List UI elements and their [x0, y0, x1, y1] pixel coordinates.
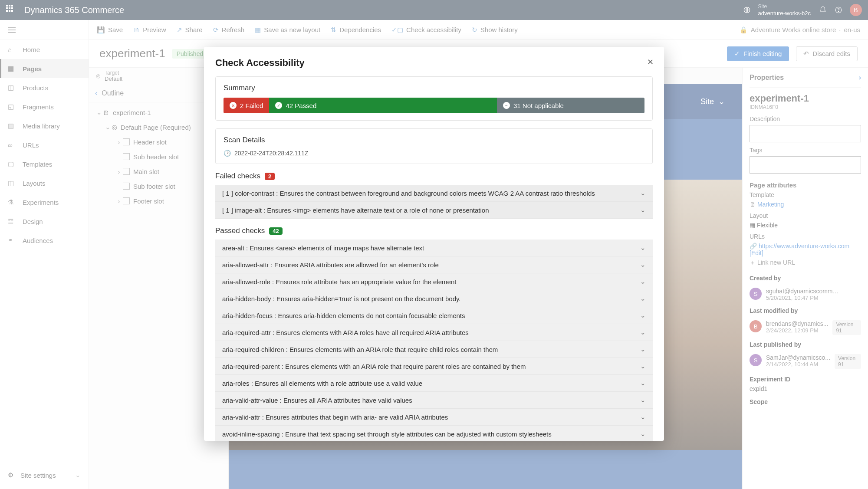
- clock-icon: 🕑: [224, 150, 231, 157]
- chevron-down-icon: ⌄: [640, 328, 646, 336]
- chevron-down-icon: ⌄: [640, 261, 646, 269]
- check-row[interactable]: aria-hidden-body : Ensures aria-hidden='…: [215, 290, 653, 307]
- chevron-down-icon: ⌄: [640, 345, 646, 353]
- check-row[interactable]: aria-required-children : Ensures element…: [215, 341, 653, 358]
- summary-failed: ✕2 Failed: [224, 98, 269, 113]
- check-row[interactable]: [ 1 ] image-alt : Ensures <img> elements…: [215, 202, 653, 219]
- failed-checks-list: [ 1 ] color-contrast : Ensures the contr…: [215, 185, 653, 219]
- chevron-down-icon: ⌄: [640, 295, 646, 302]
- summary-na: −31 Not applicable: [497, 98, 644, 113]
- check-row[interactable]: aria-allowed-role : Ensures role attribu…: [215, 273, 653, 290]
- chevron-down-icon: ⌄: [640, 206, 646, 214]
- chevron-down-icon: ⌄: [640, 244, 646, 252]
- chevron-down-icon: ⌄: [640, 362, 646, 370]
- check-row[interactable]: aria-required-parent : Ensures elements …: [215, 358, 653, 375]
- check-row[interactable]: [ 1 ] color-contrast : Ensures the contr…: [215, 185, 653, 202]
- chevron-down-icon: ⌄: [640, 413, 646, 421]
- close-icon[interactable]: ✕: [644, 55, 656, 69]
- check-row[interactable]: area-alt : Ensures <area> elements of im…: [215, 240, 653, 256]
- check-row[interactable]: aria-valid-attr-value : Ensures all ARIA…: [215, 392, 653, 409]
- passed-checks-heading: Passed checks 42: [215, 226, 653, 235]
- check-row[interactable]: avoid-inline-spacing : Ensure that text …: [215, 426, 653, 441]
- scan-details-card: Scan Details 🕑2022-02-24T20:28:42.111Z: [215, 128, 653, 164]
- failed-checks-heading: Failed checks 2: [215, 172, 653, 181]
- check-row[interactable]: aria-roles : Ensures all elements with a…: [215, 375, 653, 392]
- summary-bar: ✕2 Failed ✓42 Passed −31 Not applicable: [224, 98, 644, 113]
- chevron-down-icon: ⌄: [640, 379, 646, 387]
- chevron-down-icon: ⌄: [640, 278, 646, 286]
- summary-card: Summary ✕2 Failed ✓42 Passed −31 Not app…: [215, 76, 653, 121]
- chevron-down-icon: ⌄: [640, 430, 646, 438]
- summary-passed: ✓42 Passed: [269, 98, 497, 113]
- check-row[interactable]: aria-allowed-attr : Ensures ARIA attribu…: [215, 256, 653, 273]
- check-row[interactable]: aria-hidden-focus : Ensures aria-hidden …: [215, 307, 653, 324]
- passed-checks-list: area-alt : Ensures <area> elements of im…: [215, 240, 653, 441]
- chevron-down-icon: ⌄: [640, 396, 646, 404]
- check-row[interactable]: aria-valid-attr : Ensures attributes tha…: [215, 409, 653, 426]
- check-row[interactable]: aria-required-attr : Ensures elements wi…: [215, 324, 653, 341]
- dialog-title: Check Accessibility: [215, 57, 653, 69]
- chevron-down-icon: ⌄: [640, 189, 646, 197]
- chevron-down-icon: ⌄: [640, 312, 646, 319]
- check-accessibility-dialog: ✕ Check Accessibility Summary ✕2 Failed …: [204, 47, 664, 441]
